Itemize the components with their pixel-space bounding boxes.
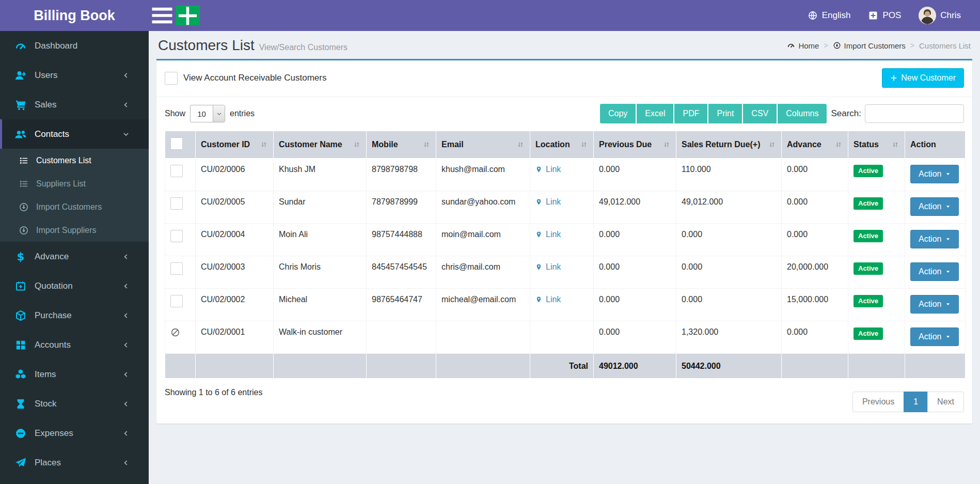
row-checkbox[interactable] xyxy=(170,295,183,307)
app-logo[interactable]: Billing Book xyxy=(0,0,149,31)
table-row: CU/02/0006Khush JM8798798798khush@mail.c… xyxy=(165,159,966,191)
column-header-location[interactable]: Location xyxy=(530,131,594,159)
minus-circle-icon xyxy=(14,427,27,440)
table-row: CU/02/0004Moin Ali98757444888moin@mail.c… xyxy=(165,224,966,256)
breadcrumb-item-home[interactable]: Home xyxy=(787,41,819,50)
column-header-customer-name[interactable]: Customer Name xyxy=(274,131,367,159)
sidebar-item-quotation[interactable]: Quotation xyxy=(0,271,149,301)
sidebar-item-accounts[interactable]: Accounts xyxy=(0,330,149,360)
export-excel-button[interactable]: Excel xyxy=(637,104,674,123)
sidebar-item-users[interactable]: Users xyxy=(0,60,149,90)
column-header-mobile[interactable]: Mobile xyxy=(367,131,436,159)
sidebar-item-sales[interactable]: Sales xyxy=(0,90,149,119)
select-all-checkbox[interactable] xyxy=(170,137,183,150)
sidebar-item-messaging[interactable]: Messaging xyxy=(0,477,149,484)
pagination-previous-button[interactable]: Previous xyxy=(852,392,904,412)
export-columns-button[interactable]: Columns xyxy=(778,104,827,123)
location-link[interactable]: Link xyxy=(535,262,561,272)
sidebar: DashboardUsersSalesContactsCustomers Lis… xyxy=(0,31,149,484)
location-link-label: Link xyxy=(546,197,561,207)
sidebar-item-items[interactable]: Items xyxy=(0,360,149,389)
sidebar-item-dashboard[interactable]: Dashboard xyxy=(0,31,149,60)
sort-icon[interactable] xyxy=(516,140,525,149)
pagination-page-1[interactable]: 1 xyxy=(904,392,928,412)
sort-icon[interactable] xyxy=(422,140,431,149)
cubes-icon xyxy=(14,368,27,381)
location-cell xyxy=(530,321,594,354)
row-checkbox[interactable] xyxy=(170,165,183,177)
sidebar-item-contacts[interactable]: Contacts xyxy=(0,119,149,149)
sidebar-item-expenses[interactable]: Expenses xyxy=(0,418,149,448)
chevron-left-icon xyxy=(122,283,130,290)
row-checkbox[interactable] xyxy=(170,197,183,210)
sort-icon[interactable] xyxy=(834,140,843,149)
caret-down-icon xyxy=(945,269,951,274)
pos-button[interactable]: POS xyxy=(859,0,910,31)
sidebar-item-advance[interactable]: $Advance xyxy=(0,242,149,271)
action-dropdown-button[interactable]: Action xyxy=(910,197,959,216)
email-cell: chris@mail.com xyxy=(436,256,530,289)
column-label: Advance xyxy=(787,140,821,149)
column-header-email[interactable]: Email xyxy=(436,131,530,159)
sort-icon[interactable] xyxy=(260,140,268,149)
language-menu[interactable]: English xyxy=(799,0,860,31)
action-cell: Action xyxy=(905,321,966,354)
sidebar-item-label: Accounts xyxy=(35,340,71,350)
column-header-sales-return-due[interactable]: Sales Return Due(+) xyxy=(676,131,782,159)
quick-add-button[interactable] xyxy=(176,5,200,26)
location-link[interactable]: Link xyxy=(535,197,561,207)
column-header-status[interactable]: Status xyxy=(848,131,905,159)
column-header-previous-due[interactable]: Previous Due xyxy=(594,131,676,159)
status-cell: Active xyxy=(848,321,905,354)
action-dropdown-button[interactable]: Action xyxy=(910,295,959,314)
export-print-button[interactable]: Print xyxy=(708,104,743,123)
sidebar-toggle-button[interactable] xyxy=(149,0,176,31)
sidebar-item-import-suppliers[interactable]: Import Suppliers xyxy=(0,218,149,242)
breadcrumb-label: Import Customers xyxy=(844,41,906,50)
list-icon xyxy=(19,155,29,166)
row-checkbox[interactable] xyxy=(170,262,183,275)
sidebar-item-suppliers-list[interactable]: Suppliers List xyxy=(0,172,149,195)
column-label: Location xyxy=(535,140,570,149)
view-receivable-checkbox[interactable] xyxy=(165,72,178,85)
row-checkbox[interactable] xyxy=(170,230,183,242)
sort-icon[interactable] xyxy=(580,140,588,149)
customers-panel: View Account Receivable Customers New Cu… xyxy=(156,59,972,424)
column-header-select[interactable] xyxy=(165,131,196,159)
page-length-select[interactable]: 10 xyxy=(190,105,225,122)
action-dropdown-button[interactable]: Action xyxy=(910,165,959,183)
table-row: CU/02/0005Sundar7879878999sundar@yahoo.c… xyxy=(165,191,966,224)
breadcrumb-item-import-customers[interactable]: Import Customers xyxy=(833,41,906,50)
sort-icon[interactable] xyxy=(891,140,899,149)
location-link[interactable]: Link xyxy=(535,230,561,239)
sidebar-item-places[interactable]: Places xyxy=(0,448,149,477)
sort-icon[interactable] xyxy=(768,140,776,149)
sidebar-item-stock[interactable]: Stock xyxy=(0,389,149,418)
location-link[interactable]: Link xyxy=(535,295,561,304)
action-dropdown-button[interactable]: Action xyxy=(910,230,959,248)
sidebar-item-customers-list[interactable]: Customers List xyxy=(0,149,149,172)
sidebar-item-import-customers[interactable]: Import Customers xyxy=(0,195,149,218)
action-dropdown-button[interactable]: Action xyxy=(910,327,959,346)
chevron-left-icon xyxy=(122,371,130,378)
column-header-advance[interactable]: Advance xyxy=(782,131,848,159)
row-select-cell xyxy=(165,224,196,256)
location-link[interactable]: Link xyxy=(535,165,561,174)
column-label: Sales Return Due(+) xyxy=(682,140,760,149)
language-label: English xyxy=(822,10,851,21)
sidebar-item-purchase[interactable]: Purchase xyxy=(0,301,149,330)
email-cell: sundar@yahoo.com xyxy=(436,191,530,224)
export-pdf-button[interactable]: PDF xyxy=(674,104,708,123)
avatar xyxy=(919,7,936,24)
export-copy-button[interactable]: Copy xyxy=(600,104,637,123)
new-customer-button[interactable]: New Customer xyxy=(882,68,964,88)
user-menu[interactable]: Chris xyxy=(910,0,970,31)
action-dropdown-button[interactable]: Action xyxy=(910,262,959,281)
search-input[interactable] xyxy=(865,104,964,123)
sort-icon[interactable] xyxy=(353,140,361,149)
column-header-customer-id[interactable]: Customer ID xyxy=(196,131,274,159)
location-pin-icon xyxy=(535,263,542,271)
export-csv-button[interactable]: CSV xyxy=(743,104,778,123)
sort-icon[interactable] xyxy=(662,140,671,149)
pagination-next-button[interactable]: Next xyxy=(927,392,964,412)
